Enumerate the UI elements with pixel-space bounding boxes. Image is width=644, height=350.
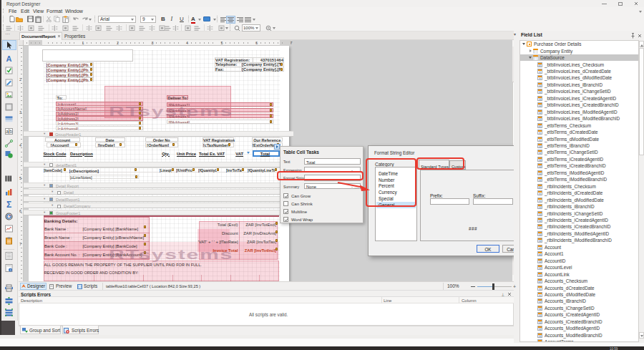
svg-text:A: A <box>6 54 12 62</box>
svg-text:b: b <box>9 129 12 134</box>
svg-text:i: i <box>10 268 11 272</box>
svg-text:Σ: Σ <box>6 200 11 208</box>
svg-text:a: a <box>6 129 9 134</box>
